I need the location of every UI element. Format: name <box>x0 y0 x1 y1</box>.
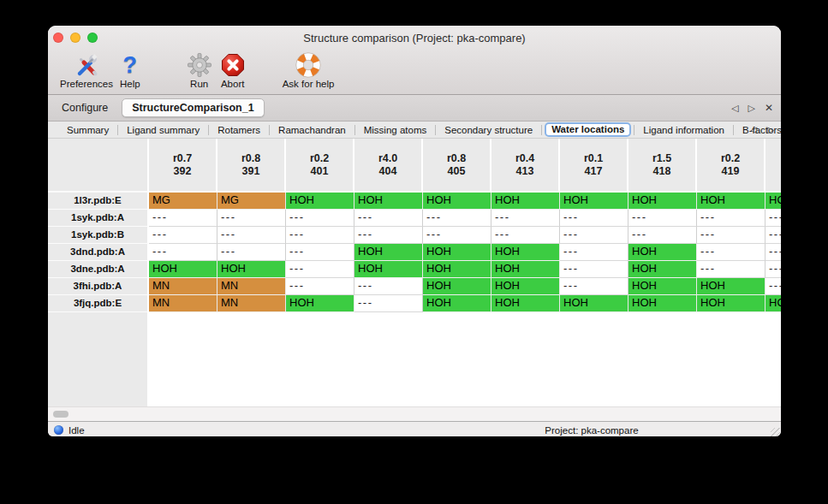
table-cell[interactable]: HOH <box>491 244 560 261</box>
table-cell[interactable]: HOH <box>491 193 560 210</box>
table-cell[interactable]: HOH <box>423 261 491 278</box>
table-cell[interactable]: --- <box>423 227 491 244</box>
table-cell[interactable]: HOH <box>628 295 697 312</box>
table-cell[interactable]: --- <box>217 210 286 227</box>
table-cell[interactable]: --- <box>560 261 628 278</box>
table-cell[interactable]: --- <box>560 278 628 295</box>
abort-button[interactable]: Abort <box>220 50 246 90</box>
help-button[interactable]: ? Help <box>120 50 140 90</box>
table-cell[interactable]: --- <box>765 261 781 278</box>
table-cell[interactable]: HOH <box>217 261 286 278</box>
table-cell[interactable]: HOH <box>423 244 491 261</box>
table-cell[interactable]: HOH <box>149 261 217 278</box>
table-cell[interactable]: --- <box>765 210 781 227</box>
table-cell[interactable]: --- <box>697 210 765 227</box>
table-cell[interactable]: --- <box>697 261 765 278</box>
table-cell[interactable]: HOH <box>697 295 765 312</box>
table-cell[interactable]: --- <box>149 227 217 244</box>
table-cell[interactable]: --- <box>286 244 354 261</box>
table-cell[interactable]: HOH <box>628 261 697 278</box>
subtab-secondary-structure[interactable]: Secondary structure <box>436 123 541 137</box>
column-header: r4.0 404 <box>354 139 423 193</box>
table-cell[interactable]: --- <box>560 227 628 244</box>
subtab-rotamers[interactable]: Rotamers <box>209 123 269 137</box>
preferences-button[interactable]: Preferences <box>60 50 113 90</box>
table-cell[interactable]: HOH <box>560 193 628 210</box>
table-cell[interactable]: --- <box>491 227 560 244</box>
table-cell[interactable]: --- <box>560 244 628 261</box>
table-cell[interactable]: --- <box>354 227 423 244</box>
table-cell[interactable]: HOH <box>765 295 781 312</box>
table-cell[interactable]: --- <box>491 210 560 227</box>
table-cell[interactable]: HOH <box>354 244 423 261</box>
horizontal-scrollbar[interactable] <box>48 406 781 421</box>
table-cell[interactable]: HOH <box>491 261 560 278</box>
subtab-next-arrow-icon[interactable]: ▷ <box>767 126 774 134</box>
table-cell[interactable]: HOH <box>354 193 423 210</box>
project-label: Project: pka-compare <box>493 425 690 436</box>
toolbar: Preferences ? Help <box>48 50 781 94</box>
table-cell[interactable]: HOH <box>628 193 697 210</box>
subtab-prev-arrow-icon[interactable]: ◁ <box>751 126 758 134</box>
subtab-water-locations[interactable]: Water locations <box>545 122 631 137</box>
tab-close-icon[interactable]: ✕ <box>765 103 773 113</box>
scrollbar-thumb[interactable] <box>53 411 69 418</box>
run-button[interactable]: Run <box>187 50 212 90</box>
table-cell[interactable]: HOH <box>697 278 765 295</box>
table-cell[interactable]: MG <box>217 193 286 210</box>
table-cell[interactable]: --- <box>628 210 697 227</box>
table-cell[interactable]: --- <box>354 210 423 227</box>
table-cell[interactable]: --- <box>354 295 423 312</box>
table-cell[interactable]: --- <box>423 210 491 227</box>
table-cell[interactable]: --- <box>765 244 781 261</box>
table-cell[interactable]: HOH <box>628 244 697 261</box>
table-cell[interactable]: --- <box>765 278 781 295</box>
resize-grip[interactable] <box>771 428 780 436</box>
table-cell[interactable]: --- <box>286 210 354 227</box>
table-cell[interactable]: --- <box>217 227 286 244</box>
table-cell[interactable]: --- <box>560 210 628 227</box>
table-cell[interactable]: --- <box>149 210 217 227</box>
tab-next-arrow-icon[interactable]: ▷ <box>748 104 754 113</box>
subtab-label: Ramachandran <box>278 125 346 135</box>
subtab-summary[interactable]: Summary <box>58 123 117 137</box>
ask-for-help-button[interactable]: Ask for help <box>283 50 335 90</box>
table-cell[interactable]: HOH <box>423 193 491 210</box>
table-cell[interactable]: MN <box>149 278 217 295</box>
table-cell[interactable]: HOH <box>354 261 423 278</box>
table-cell[interactable]: HOH <box>560 295 628 312</box>
table-cell[interactable]: MG <box>149 193 217 210</box>
table-cell[interactable]: HOH <box>423 278 491 295</box>
table-cell[interactable]: MN <box>217 295 286 312</box>
table-cell[interactable]: HOH <box>628 278 697 295</box>
table-cell[interactable]: --- <box>286 278 354 295</box>
table-cell[interactable]: HOH <box>286 295 354 312</box>
table-cell[interactable]: MN <box>149 295 217 312</box>
subtab-missing-atoms[interactable]: Missing atoms <box>355 123 436 137</box>
tab-configure[interactable]: Configure <box>48 102 120 114</box>
table-cell[interactable]: --- <box>628 227 697 244</box>
tab-prev-arrow-icon[interactable]: ◁ <box>731 104 738 113</box>
table-cell[interactable]: --- <box>697 227 765 244</box>
table-cell[interactable]: --- <box>765 227 781 244</box>
tab-structurecomparison-1[interactable]: StructureComparison_1 <box>122 98 264 117</box>
table-cell[interactable]: MN <box>217 278 286 295</box>
table-cell[interactable]: --- <box>354 278 423 295</box>
column-header-score: r0.1 <box>584 152 603 165</box>
table-cell[interactable]: --- <box>697 244 765 261</box>
table-cell[interactable]: HOH <box>491 278 560 295</box>
table-cell[interactable]: HOH <box>423 295 491 312</box>
table-cell[interactable]: HOH <box>697 193 765 210</box>
subtab-ramachandran[interactable]: Ramachandran <box>270 123 354 137</box>
table-cell[interactable]: --- <box>149 244 217 261</box>
table-cell[interactable]: --- <box>286 227 354 244</box>
table-cell[interactable]: --- <box>286 261 354 278</box>
desktop: { "window": { "title": "Structure compar… <box>0 0 828 504</box>
subtab-ligand-information[interactable]: Ligand information <box>634 123 733 137</box>
table-cell[interactable]: HOH <box>491 295 560 312</box>
titlebar[interactable]: Structure comparison (Project: pka-compa… <box>48 26 781 50</box>
subtab-ligand-summary[interactable]: Ligand summary <box>118 123 208 137</box>
table-cell[interactable]: HOH <box>286 193 354 210</box>
table-cell[interactable]: HOH <box>765 193 781 210</box>
table-cell[interactable]: --- <box>217 244 286 261</box>
